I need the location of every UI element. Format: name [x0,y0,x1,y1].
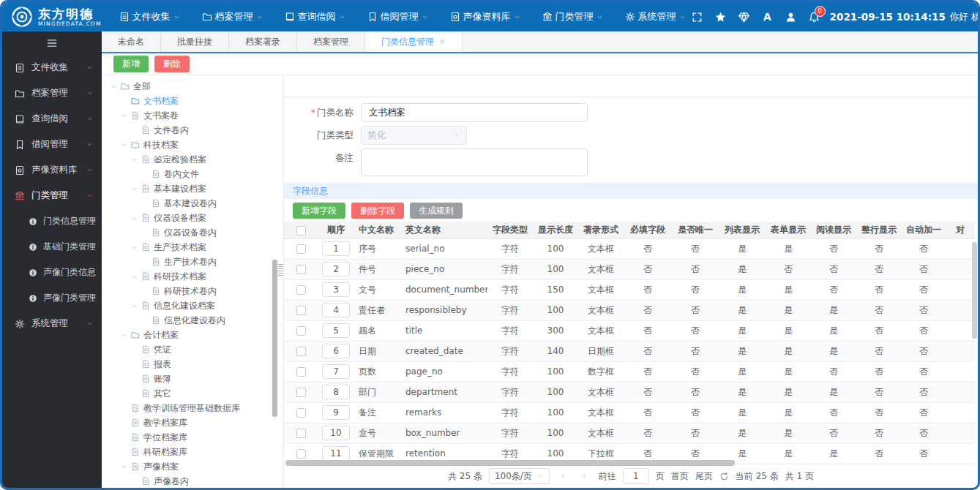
tree-node-生产技术卷内[interactable]: 生产技术卷内 [102,255,283,269]
delete-field-button[interactable]: 删除字段 [351,203,404,219]
tree-node-教学档案库[interactable]: 教学档案库 [102,415,283,430]
tree-node-凭证[interactable]: 凭证 [102,342,283,357]
row-checkbox[interactable] [296,429,306,438]
workspace-tab-档案著录[interactable]: 档案著录 [229,31,297,52]
row-checkbox[interactable] [296,285,306,295]
vertical-scrollbar[interactable] [972,242,977,339]
order-input[interactable] [322,241,350,256]
tree-node-卷内文件[interactable]: 卷内文件 [102,167,283,181]
remark-textarea[interactable] [361,148,588,176]
top-nav-item[interactable]: 声像资料库 [444,10,526,23]
user-button[interactable] [785,12,796,23]
row-checkbox[interactable] [296,408,306,418]
tree-node-基本建设卷内[interactable]: 基本建设卷内 [102,196,283,211]
tree-node-鉴定检验档案[interactable]: 鉴定检验档案 [102,152,283,167]
top-nav-item[interactable]: 文件收集 [113,10,186,23]
star-button[interactable] [715,12,726,23]
tree-node-科研档案库[interactable]: 科研档案库 [102,445,283,459]
workspace-tab-批量挂接[interactable]: 批量挂接 [161,31,229,52]
tree-node-基本建设档案[interactable]: 基本建设档案 [102,181,283,196]
workspace-tab-门类信息管理[interactable]: 门类信息管理 [365,31,463,52]
workspace-tab-未命名[interactable]: 未命名 [102,31,161,52]
row-checkbox[interactable] [296,265,306,274]
tree-node-科研技术档案[interactable]: 科研技术档案 [102,269,283,284]
prev-page-button[interactable] [556,469,571,483]
first-page-link[interactable]: 首页 [671,470,689,483]
tree-node-声像档案[interactable]: 声像档案 [102,459,283,474]
sidebar-item-声像资料库[interactable]: 声像资料库 [2,157,102,183]
select-all-checkbox[interactable] [296,226,306,235]
splitter-handle[interactable] [278,264,283,276]
sidebar-subitem-声像门类管理[interactable]: 声像门类管理 [2,285,102,311]
tree-scrollbar[interactable] [272,260,277,417]
order-input[interactable] [322,323,350,338]
top-nav-item[interactable]: 系统管理 [619,10,692,23]
row-checkbox[interactable] [296,449,306,459]
tree-node-科技档案[interactable]: 科技档案 [102,137,283,152]
page-number-input[interactable] [623,468,649,484]
top-nav-item[interactable]: 查询借阅 [279,10,351,23]
workspace-tab-档案管理[interactable]: 档案管理 [297,31,365,52]
tree-node-报表[interactable]: 报表 [102,357,283,372]
row-checkbox[interactable] [296,244,306,254]
order-input[interactable] [322,385,350,399]
tree-node-教学训练管理基础数据库[interactable]: 教学训练管理基础数据库 [102,401,283,415]
tree-node-科研技术卷内[interactable]: 科研技术卷内 [102,284,283,298]
row-checkbox[interactable] [296,347,306,356]
tree-node-文书案卷[interactable]: 文书案卷 [102,108,283,123]
tree-node-信息化建设档案[interactable]: 信息化建设档案 [102,298,283,313]
delete-button[interactable]: 删除 [154,56,190,72]
order-input[interactable] [322,262,350,276]
horizontal-scrollbar[interactable] [285,460,966,466]
row-checkbox[interactable] [296,367,306,377]
order-input[interactable] [322,426,350,440]
order-input[interactable] [322,344,350,358]
tree-node-全部[interactable]: 全部 [102,79,283,94]
sidebar-item-查询借阅[interactable]: 查询借阅 [2,106,102,132]
sidebar-item-借阅管理[interactable]: 借阅管理 [2,132,102,157]
tree-node-学位档案库[interactable]: 学位档案库 [102,430,283,445]
page-size-select[interactable]: 100条/页 [489,468,550,484]
top-nav-item[interactable]: 借阅管理 [362,10,434,23]
sidebar-item-系统管理[interactable]: 系统管理 [2,311,102,336]
expand-button[interactable] [692,12,703,23]
tree-node-账簿[interactable]: 账簿 [102,372,283,386]
add-button[interactable]: 新增 [113,56,149,72]
tree-node-声像卷内[interactable]: 声像卷内 [102,474,283,488]
sidebar-subitem-声像门类信息[interactable]: 声像门类信息 [2,260,102,285]
tree-node-仪器设备档案[interactable]: 仪器设备档案 [102,211,283,225]
bell-button[interactable]: 0 [809,12,820,23]
order-input[interactable] [322,303,350,317]
sidebar-item-档案管理[interactable]: 档案管理 [2,80,102,106]
top-nav-item[interactable]: 门类管理 [536,10,609,23]
row-checkbox[interactable] [296,388,306,397]
order-input[interactable] [322,405,350,420]
gem-button[interactable] [738,12,749,23]
sidebar-subitem-门类信息管理[interactable]: 门类信息管理 [2,208,102,234]
next-page-button[interactable] [577,469,592,483]
font-button[interactable]: A [762,12,773,23]
generate-rule-button[interactable]: 生成规则 [410,203,463,219]
tree-node-会计档案[interactable]: 会计档案 [102,328,283,342]
tree-node-信息化建设卷内[interactable]: 信息化建设卷内 [102,313,283,328]
tree-node-文件卷内[interactable]: 文件卷内 [102,123,283,137]
top-nav-item[interactable]: 档案管理 [196,10,269,23]
tree-node-生产技术档案[interactable]: 生产技术档案 [102,240,283,255]
refresh-icon[interactable] [719,472,729,481]
order-input[interactable] [322,282,350,297]
sidebar-collapse-button[interactable] [2,31,102,55]
sidebar-subitem-基础门类管理[interactable]: 基础门类管理 [2,234,102,260]
add-field-button[interactable]: 新增字段 [293,203,345,219]
close-icon[interactable] [439,37,446,47]
category-name-input[interactable] [361,103,588,122]
order-input[interactable] [322,446,350,461]
order-input[interactable] [322,364,350,379]
sidebar-item-门类管理[interactable]: 门类管理 [2,183,102,208]
tree-node-文书档案[interactable]: 文书档案 [102,94,283,108]
category-type-select[interactable]: 简化 [361,126,467,145]
tree-node-仪器设备卷内[interactable]: 仪器设备卷内 [102,225,283,240]
last-page-link[interactable]: 尾页 [695,470,713,483]
tree-node-其它[interactable]: 其它 [102,386,283,401]
row-checkbox[interactable] [296,306,306,315]
row-checkbox[interactable] [296,326,306,336]
